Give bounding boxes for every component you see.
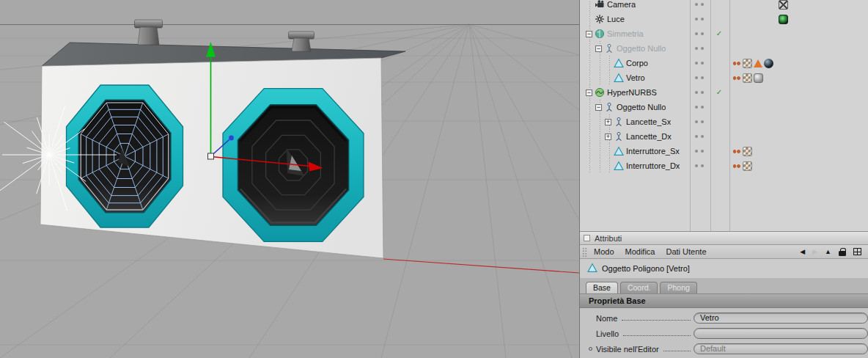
enable-state-icon[interactable]: ✓: [710, 26, 729, 41]
tab-base[interactable]: Base: [586, 282, 618, 293]
collapse-toggle[interactable]: −: [595, 104, 602, 111]
arrow-up-icon[interactable]: ▲: [825, 249, 831, 255]
object-label: HyperNURBS: [607, 88, 657, 97]
object-row-oggetto-nullo[interactable]: −Oggetto Nullo: [580, 100, 868, 114]
polygon-object-icon: [587, 263, 597, 274]
object-label: Corpo: [626, 59, 648, 67]
null-icon[interactable]: [604, 43, 614, 54]
keyframe-dot[interactable]: [589, 347, 592, 351]
tag-sphere-green-icon[interactable]: [779, 15, 788, 24]
object-label: Oggetto Nullo: [617, 44, 666, 53]
menu-dati-utente[interactable]: Dati Utente: [666, 247, 707, 256]
clock-button-left[interactable]: [135, 20, 163, 28]
object-tree: CameraLuce−Simmetria✓−Oggetto NulloCorpo…: [580, 0, 868, 173]
expand-toggle[interactable]: +: [605, 134, 611, 140]
section-header[interactable]: Proprietà Base: [580, 294, 868, 308]
tab-phong[interactable]: Phong: [660, 282, 696, 293]
object-row-lancette-sx[interactable]: +Lancette_Sx: [580, 114, 868, 129]
tag-triangle-icon[interactable]: [754, 59, 762, 67]
visibility-dots[interactable]: [689, 135, 710, 138]
polygon-icon[interactable]: [614, 161, 624, 171]
symmetry-icon[interactable]: [595, 29, 605, 39]
livello-field[interactable]: [694, 328, 868, 339]
tag-sphere-dark-icon[interactable]: [764, 59, 773, 68]
collapse-toggle[interactable]: −: [586, 90, 592, 96]
object-label: Luce: [607, 15, 625, 23]
visibility-dots[interactable]: [689, 106, 710, 109]
object-row-simmetria[interactable]: −Simmetria✓: [580, 26, 868, 41]
clock-face-left[interactable]: [67, 85, 183, 227]
attributes-titlebar[interactable]: Attributi: [580, 232, 868, 245]
tag-checker-icon[interactable]: [743, 73, 752, 83]
visibile-nell-editor-field[interactable]: Default: [694, 343, 868, 354]
attribute-tabs: BaseCoord.Phong: [580, 278, 868, 294]
clock-button-right[interactable]: [289, 32, 315, 39]
tag-checker-icon[interactable]: [743, 161, 752, 171]
keyframe-slot: [589, 347, 596, 351]
object-label: Vetro: [626, 73, 645, 82]
menu-modo[interactable]: Modo: [594, 247, 614, 256]
null-icon[interactable]: [614, 117, 624, 127]
null-icon[interactable]: [614, 131, 624, 142]
visibility-dots[interactable]: [689, 164, 710, 167]
object-row-interruttore-dx[interactable]: Interruttore_Dx: [580, 158, 868, 173]
object-row-luce[interactable]: Luce: [580, 12, 868, 26]
z-axis-tip[interactable]: [229, 136, 234, 141]
dotted-leader: [623, 335, 691, 336]
drag-grip-icon[interactable]: [582, 247, 587, 257]
tag-phong-icon[interactable]: [754, 73, 763, 83]
tag-points-icon[interactable]: [732, 73, 741, 83]
tag-area: [729, 59, 868, 68]
visibility-dots[interactable]: [689, 91, 710, 94]
tag-checker-icon[interactable]: [743, 147, 752, 156]
menu-modifica[interactable]: Modifica: [625, 247, 655, 256]
object-row-oggetto-nullo[interactable]: −Oggetto Nullo: [580, 41, 868, 56]
clock-button-left-stem[interactable]: [138, 27, 159, 45]
history-back-icon[interactable]: ◀: [800, 249, 805, 255]
visibility-dots[interactable]: [689, 18, 710, 21]
object-row-lancette-dx[interactable]: +Lancette_Dx: [580, 129, 868, 144]
null-icon[interactable]: [604, 102, 614, 112]
tag-crosshair-icon[interactable]: [779, 0, 788, 10]
tag-checker-icon[interactable]: [743, 59, 752, 68]
selected-object-row[interactable]: Oggetto Poligono [Vetro]: [580, 259, 868, 278]
polygon-icon[interactable]: [614, 73, 624, 83]
object-row-hypernurbs[interactable]: −HyperNURBS✓: [580, 85, 868, 100]
hypernurbs-icon[interactable]: [595, 87, 605, 98]
app-window: CameraLuce−Simmetria✓−Oggetto NulloCorpo…: [0, 0, 868, 358]
viewport-3d[interactable]: [0, 0, 579, 358]
clock-button-right-stem[interactable]: [292, 38, 311, 51]
history-forward-icon[interactable]: ▶: [812, 249, 817, 255]
visibility-dots[interactable]: [689, 76, 710, 79]
light-icon[interactable]: [595, 14, 605, 24]
lock-icon[interactable]: [839, 248, 846, 256]
object-row-camera[interactable]: Camera: [580, 0, 868, 12]
tab-coord[interactable]: Coord.: [620, 282, 658, 293]
visibility-dots[interactable]: [689, 120, 710, 123]
layout-grid-icon[interactable]: [853, 248, 861, 255]
object-row-interruttore-sx[interactable]: Interruttore_Sx: [580, 144, 868, 158]
enable-state-icon[interactable]: ✓: [710, 85, 729, 100]
visibility-dots[interactable]: [689, 32, 710, 35]
object-label: Interruttore_Sx: [626, 147, 680, 156]
nome-field[interactable]: Vetro: [694, 313, 868, 324]
tag-points-icon[interactable]: [732, 161, 741, 171]
collapse-toggle[interactable]: −: [586, 31, 592, 37]
collapse-toggle[interactable]: −: [595, 45, 602, 52]
panel-icon[interactable]: [584, 235, 590, 241]
axis-origin-handle[interactable]: [208, 153, 214, 159]
tag-points-icon[interactable]: [732, 147, 741, 156]
visibility-dots[interactable]: [689, 150, 710, 153]
polygon-icon[interactable]: [614, 146, 624, 156]
camera-icon[interactable]: [595, 0, 605, 10]
menu-items: ModoModificaDati Utente: [594, 247, 718, 256]
field-label: Livello: [596, 329, 619, 338]
visibility-dots[interactable]: [689, 3, 710, 6]
expand-toggle[interactable]: +: [605, 119, 611, 125]
object-row-vetro[interactable]: Vetro: [580, 70, 868, 85]
tag-points-icon[interactable]: [732, 59, 741, 68]
visibility-dots[interactable]: [689, 47, 710, 50]
object-row-corpo[interactable]: Corpo: [580, 56, 868, 70]
polygon-icon[interactable]: [614, 58, 624, 68]
visibility-dots[interactable]: [689, 62, 710, 65]
